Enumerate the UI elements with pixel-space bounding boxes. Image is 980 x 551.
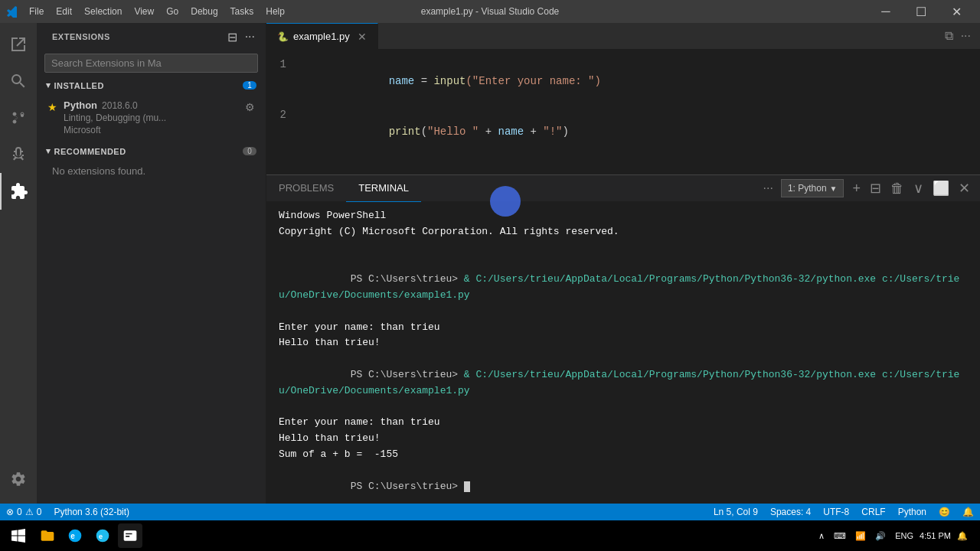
code-token: name: [498, 126, 524, 138]
taskbar-clock[interactable]: 4:51 PM: [920, 530, 951, 541]
code-token: name: [389, 75, 415, 87]
panel-tab-actions: ··· 1: Python ▼ + ⊟ 🗑 ∨ ⬜ ✕: [760, 178, 980, 198]
edge-taskbar-icon[interactable]: e: [63, 523, 87, 548]
volume-icon[interactable]: 🔊: [872, 530, 889, 543]
terminal-content[interactable]: Windows PowerShell Copyright (C) Microso…: [266, 202, 980, 504]
keyboard-icon[interactable]: ⌨: [831, 530, 849, 543]
close-button[interactable]: ✕: [939, 0, 974, 23]
code-token: =: [414, 75, 433, 87]
terminal-selector[interactable]: 1: Python ▼: [781, 179, 844, 197]
title-bar-controls[interactable]: ─ ☐ ✕: [868, 0, 974, 23]
encoding-status[interactable]: UTF-8: [817, 504, 855, 520]
close-panel-button[interactable]: ✕: [955, 178, 974, 198]
python-extension-desc: Linting, Debugging (mu...: [64, 112, 239, 123]
eol-status[interactable]: CRLF: [855, 504, 891, 520]
code-token: +: [524, 126, 543, 138]
term-ps1: PS C:\Users\trieu>: [351, 273, 464, 285]
error-count-status[interactable]: ⊗ 0 ⚠ 0: [0, 504, 47, 520]
windows-start-button[interactable]: [3, 520, 34, 551]
taskbar-right: ∧ ⌨ 📶 🔊 ENG 4:51 PM 🔔: [815, 530, 977, 543]
menu-edit[interactable]: Edit: [51, 5, 77, 18]
sidebar-title: EXTENSIONS: [52, 32, 110, 41]
problems-panel-tab[interactable]: PROBLEMS: [266, 175, 346, 202]
menu-go[interactable]: Go: [162, 5, 183, 18]
installed-section-header[interactable]: ▾ INSTALLED 1: [37, 76, 266, 93]
split-terminal-button[interactable]: ⊟: [866, 178, 885, 198]
minimize-button[interactable]: ─: [868, 0, 903, 23]
extensions-search-input[interactable]: [44, 54, 258, 73]
up-arrow-systray-icon[interactable]: ∧: [815, 530, 828, 543]
explorer-activity-icon[interactable]: [0, 26, 37, 63]
search-box-container: [37, 51, 266, 76]
sidebar-actions[interactable]: ⊟ ···: [226, 28, 256, 46]
tab-close-button[interactable]: ✕: [358, 31, 367, 43]
code-line-2: 2 print("Hello " + name + "!"): [266, 106, 980, 157]
code-token: "!": [543, 126, 562, 138]
debug-activity-icon[interactable]: [0, 136, 37, 173]
warning-count: 0: [37, 507, 42, 517]
spaces-status[interactable]: Spaces: 4: [764, 504, 817, 520]
file-explorer-taskbar-icon[interactable]: [35, 523, 60, 548]
code-panel-split: 1 name = input("Enter your name: ") 2 pr…: [266, 50, 980, 504]
code-token: ): [563, 126, 569, 138]
code-content: 1 name = input("Enter your name: ") 2 pr…: [266, 50, 980, 174]
menu-file[interactable]: File: [24, 5, 48, 18]
sidebar: EXTENSIONS ⊟ ··· ▾ INSTALLED 1 ★ Python …: [37, 23, 266, 504]
recommended-section-header[interactable]: ▾ RECOMMENDED 0: [37, 142, 266, 159]
code-token: input: [433, 75, 466, 87]
tab-bar-actions: ⧉ ···: [942, 28, 980, 44]
installed-chevron-icon: ▾: [46, 80, 51, 90]
encoding-label: UTF-8: [823, 507, 849, 517]
panel-more-icon[interactable]: ···: [760, 180, 776, 197]
recommended-label: RECOMMENDED: [54, 147, 126, 156]
language-mode-status[interactable]: Python: [892, 504, 933, 520]
ie-taskbar-icon[interactable]: e: [90, 523, 115, 548]
language-icon[interactable]: ENG: [892, 530, 916, 542]
line-number-1: 1: [266, 56, 299, 73]
tab-more-actions-icon[interactable]: ···: [958, 28, 974, 44]
network-icon[interactable]: 📶: [852, 530, 869, 543]
error-icon: ⊗: [6, 507, 14, 517]
menu-debug[interactable]: Debug: [186, 5, 222, 18]
filter-extensions-button[interactable]: ⊟: [226, 28, 239, 46]
smiley-status[interactable]: 😊: [933, 504, 956, 520]
notification-status[interactable]: 🔔: [956, 504, 980, 520]
recommended-chevron-icon: ▾: [46, 146, 51, 156]
trash-terminal-button[interactable]: 🗑: [887, 179, 908, 198]
split-editor-icon[interactable]: ⧉: [942, 28, 956, 44]
python-version-status[interactable]: Python 3.6 (32-bit): [47, 504, 136, 520]
more-actions-button[interactable]: ···: [243, 28, 256, 45]
code-editor[interactable]: 1 name = input("Enter your name: ") 2 pr…: [266, 50, 980, 174]
example1-py-tab[interactable]: 🐍 example1.py ✕: [266, 23, 378, 50]
python-extension-version: 2018.6.0: [102, 100, 138, 111]
add-terminal-button[interactable]: +: [848, 179, 864, 198]
chevron-down-panel-icon[interactable]: ∨: [910, 178, 927, 198]
terminal-panel-tab[interactable]: TERMINAL: [346, 175, 421, 202]
cmd-taskbar-icon[interactable]: [118, 523, 142, 548]
activity-bar-bottom: [0, 461, 37, 504]
code-token: (: [421, 126, 427, 138]
notification-center-icon[interactable]: 🔔: [954, 530, 971, 543]
taskbar-time-display: 4:51 PM: [920, 530, 951, 541]
search-activity-icon[interactable]: [0, 63, 37, 99]
term-line-8: Hello than trieu!: [279, 431, 968, 447]
python-extension-gear-icon[interactable]: ⚙: [245, 101, 255, 113]
maximize-button[interactable]: ☐: [903, 0, 939, 23]
extensions-activity-icon[interactable]: [0, 173, 37, 210]
terminal-selector-label: 1: Python: [788, 183, 827, 194]
python-extension-info: Python 2018.6.0 Linting, Debugging (mu..…: [64, 99, 239, 135]
term-line-3: PS C:\Users\trieu> & C:/Users/trieu/AppD…: [279, 256, 968, 319]
settings-activity-icon[interactable]: [0, 461, 37, 497]
title-bar-menu[interactable]: File Edit Selection View Go Debug Tasks …: [24, 5, 289, 18]
ln-col-label: Ln 5, Col 9: [714, 507, 758, 517]
python-extension-publisher: Microsoft: [64, 125, 239, 135]
source-control-activity-icon[interactable]: [0, 99, 37, 136]
python-extension-item[interactable]: ★ Python 2018.6.0 Linting, Debugging (mu…: [37, 93, 266, 142]
menu-selection[interactable]: Selection: [80, 5, 126, 18]
maximize-panel-button[interactable]: ⬜: [929, 178, 953, 198]
status-bar-left: ⊗ 0 ⚠ 0 Python 3.6 (32-bit): [0, 504, 136, 520]
menu-view[interactable]: View: [129, 5, 158, 18]
menu-help[interactable]: Help: [261, 5, 289, 18]
ln-col-status[interactable]: Ln 5, Col 9: [707, 504, 764, 520]
menu-tasks[interactable]: Tasks: [226, 5, 259, 18]
